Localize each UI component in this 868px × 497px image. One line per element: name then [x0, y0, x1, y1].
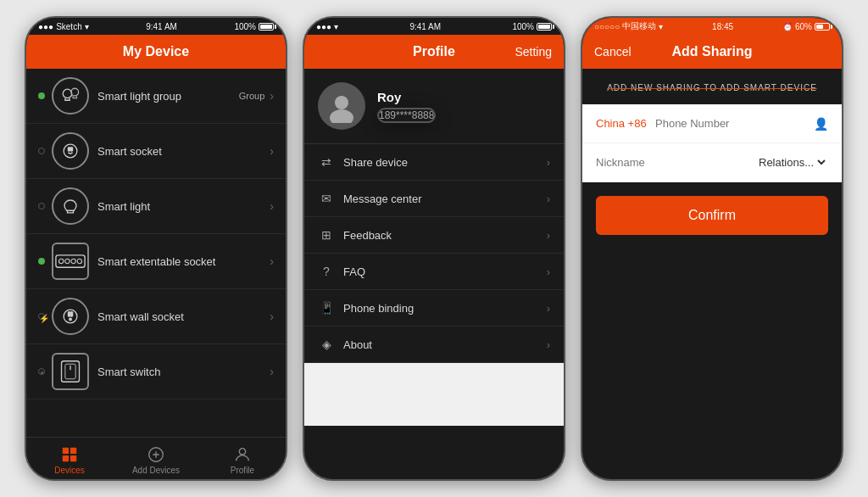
svg-rect-19: [63, 455, 69, 461]
chevron-icon-1: ›: [270, 144, 274, 158]
nav-devices[interactable]: Devices: [26, 438, 113, 481]
setting-button[interactable]: Setting: [515, 45, 552, 59]
signal-icon-1: ●●●: [38, 22, 53, 31]
menu-chevron-0: ›: [547, 156, 550, 169]
device-name-ext-socket: Smart extentable socket: [97, 255, 270, 268]
svg-rect-17: [63, 448, 69, 454]
faq-icon: ?: [318, 265, 335, 278]
country-code-label[interactable]: China +86: [596, 117, 655, 130]
time-1: 9:41 AM: [146, 22, 177, 31]
menu-chevron-1: ›: [547, 193, 550, 205]
profile-header: Roy 189****8888: [304, 69, 564, 144]
profile-phone: 189****8888: [377, 108, 436, 123]
device-list: Smart light group Group › Smart socket ›: [26, 69, 286, 437]
dots-2: ●●●: [316, 22, 331, 31]
device-item-switch[interactable]: ✦ Smart switch ›: [26, 344, 286, 399]
device-name-light-group: Smart light group: [97, 90, 239, 103]
chevron-icon-3: ›: [270, 254, 274, 268]
time-2: 9:41 AM: [409, 22, 441, 31]
svg-rect-11: [68, 312, 70, 316]
battery-icon-1: [259, 23, 274, 31]
device-item-light[interactable]: Smart light ›: [26, 179, 286, 234]
svg-point-25: [335, 96, 348, 109]
profile-menu: ⇄ Share device › ✉ Message center › ⊞ Fe…: [304, 144, 564, 426]
nav-profile-label: Profile: [231, 466, 254, 475]
menu-chevron-4: ›: [547, 302, 550, 315]
menu-feedback-label: Feedback: [343, 229, 538, 242]
chevron-icon-5: ›: [270, 365, 274, 378]
dots-3: ○○○○○: [594, 22, 620, 31]
device-name-light: Smart light: [97, 200, 270, 213]
chevron-icon-0: ›: [270, 89, 274, 103]
device-item-socket[interactable]: Smart socket ›: [26, 124, 286, 179]
device-status-off-3: ⚡: [38, 313, 45, 320]
nav-profile[interactable]: Profile: [199, 438, 286, 481]
nav-add-devices[interactable]: Add Devices: [113, 438, 199, 481]
menu-feedback[interactable]: ⊞ Feedback ›: [304, 217, 564, 254]
status-left-2: ●●● ▾: [316, 22, 338, 31]
device-icon-wall-socket: [52, 298, 89, 335]
wifi-label-2: ▾: [334, 22, 338, 31]
device-item-ext-socket[interactable]: Smart extentable socket ›: [26, 234, 286, 289]
phone-number-input[interactable]: [655, 117, 814, 130]
sketch-label: Sketch: [56, 22, 82, 31]
carrier-3: 中国移动: [622, 20, 656, 32]
status-left-1: ●●● Sketch ▾: [38, 22, 89, 31]
svg-point-8: [71, 259, 75, 263]
device-name-wall-socket: Smart wall socket: [97, 310, 270, 323]
sharing-hint-text: ADD NEW SHARING TO ADD SMART DEVICE: [607, 83, 817, 92]
device-item-light-group[interactable]: Smart light group Group ›: [26, 69, 286, 124]
header-add-sharing: Cancel Add Sharing: [582, 35, 842, 69]
menu-message-center[interactable]: ✉ Message center ›: [304, 181, 564, 217]
screen-my-device: ●●● Sketch ▾ 9:41 AM 100% My Device: [25, 16, 287, 481]
screen-add-sharing: ○○○○○ 中国移动 ▾ 18:45 ⏰ 60% Cancel Add Shar…: [581, 16, 843, 481]
menu-about-label: About: [343, 338, 538, 351]
device-status-off-1: [38, 148, 45, 154]
device-icon-bulb-group: [52, 77, 89, 114]
confirm-button[interactable]: Confirm: [596, 196, 828, 235]
svg-point-6: [59, 259, 64, 263]
menu-about[interactable]: ◈ About ›: [304, 327, 564, 363]
menu-phone-binding[interactable]: 📱 Phone binding ›: [304, 290, 564, 327]
svg-rect-18: [70, 448, 76, 454]
sharing-form: China +86 👤 Relations... Family Friend: [582, 104, 842, 182]
svg-rect-4: [70, 148, 72, 151]
device-name-socket: Smart socket: [97, 145, 270, 158]
feedback-icon: ⊞: [318, 228, 335, 242]
battery-icon-2: [537, 23, 552, 31]
menu-phone-label: Phone binding: [343, 302, 538, 315]
device-status-on: [38, 92, 45, 99]
device-status-off-2: [38, 203, 45, 209]
status-bar-1: ●●● Sketch ▾ 9:41 AM 100%: [26, 18, 286, 35]
device-name-switch: Smart switch: [97, 366, 270, 378]
menu-chevron-2: ›: [547, 229, 550, 242]
battery-icon-3: [815, 23, 830, 31]
battery-label-1: 100%: [234, 22, 256, 31]
device-item-wall-socket[interactable]: ⚡ Smart wall socket ›: [26, 289, 286, 344]
device-icon-switch: [52, 353, 89, 390]
status-bar-3: ○○○○○ 中国移动 ▾ 18:45 ⏰ 60%: [582, 18, 842, 35]
battery-pct-3: 60%: [795, 22, 812, 31]
header-my-device: My Device: [26, 35, 286, 69]
device-icon-bulb: [52, 187, 89, 225]
status-right-1: 100%: [234, 22, 274, 31]
relations-select[interactable]: Relations... Family Friend: [755, 155, 828, 170]
bottom-nav-1: Devices Add Devices Profile: [26, 437, 286, 481]
svg-point-13: [70, 318, 72, 321]
chevron-icon-2: ›: [270, 199, 274, 213]
time-3: 18:45: [712, 22, 733, 31]
menu-share-device[interactable]: ⇄ Share device ›: [304, 144, 564, 181]
profile-empty-area: [304, 363, 564, 426]
cancel-button[interactable]: Cancel: [594, 45, 632, 59]
contact-icon: 👤: [814, 117, 828, 131]
svg-point-24: [239, 449, 245, 455]
chevron-icon-4: ›: [270, 310, 274, 323]
device-status-off-4: ✦: [38, 368, 45, 375]
svg-point-0: [63, 89, 72, 98]
svg-point-7: [65, 259, 70, 263]
nickname-input[interactable]: [596, 156, 755, 169]
status-bar-2: ●●● ▾ 9:41 AM 100%: [304, 18, 564, 35]
avatar: [318, 82, 365, 130]
share-icon: ⇄: [318, 155, 335, 169]
menu-faq[interactable]: ? FAQ ›: [304, 254, 564, 290]
